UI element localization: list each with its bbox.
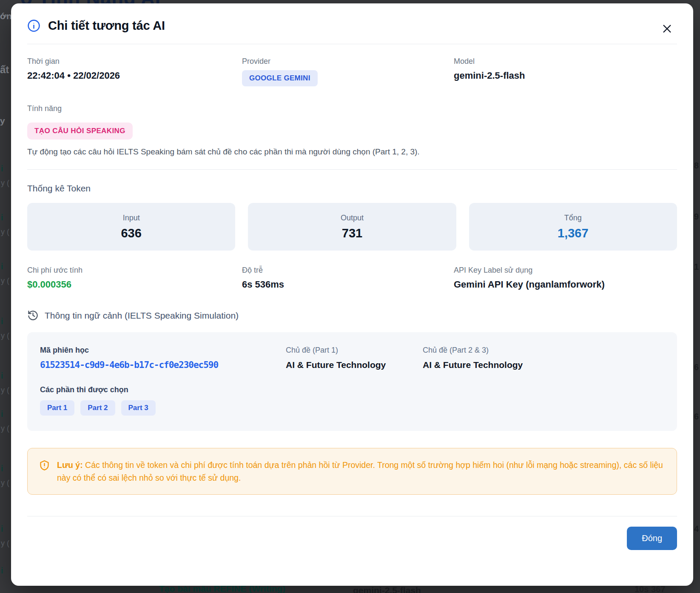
topic-part23-label: Chủ đề (Part 2 & 3) <box>423 346 664 355</box>
context-card: Mã phiên học 61523514-c9d9-4e6b-b17c-cf0… <box>27 332 677 431</box>
background-text-fragment: ất <box>0 64 9 76</box>
part-1-badge: Part 1 <box>40 400 74 416</box>
background-text-fragment: 8 <box>694 161 699 171</box>
part-2-badge: Part 2 <box>80 400 115 416</box>
ai-interaction-detail-dialog: Chi tiết tương tác AI Thời gian 22:42:04… <box>11 3 693 586</box>
background-text-fragment: y ( <box>1 479 9 488</box>
info-icon <box>27 19 40 32</box>
session-field: Mã phiên học 61523514-c9d9-4e6b-b17c-cf0… <box>40 346 286 370</box>
background-text-fragment: y ( <box>1 539 9 548</box>
background-text-fragment: y ( <box>1 179 9 188</box>
time-value: 22:42:04 • 22/02/2026 <box>27 70 242 81</box>
total-tokens-value: 1,367 <box>558 226 589 240</box>
topic-part1-field: Chủ đề (Part 1) AI & Future Technology <box>286 346 423 370</box>
selected-parts-field: Các phần thi được chọn Part 1 Part 2 Par… <box>40 385 664 416</box>
input-tokens-label: Input <box>123 214 140 222</box>
shield-alert-icon <box>39 460 50 471</box>
background-text-fragment: i <box>1 524 3 534</box>
background-text-fragment: y ( <box>1 331 9 340</box>
context-heading-text: Thông tin ngữ cảnh (IELTS Speaking Simul… <box>45 311 239 321</box>
latency-field: Độ trễ 6s 536ms <box>242 266 454 290</box>
background-text-fragment: i <box>1 464 3 473</box>
dialog-title: Chi tiết tương tác AI <box>48 19 165 33</box>
latency-label: Độ trễ <box>242 266 454 275</box>
background-text-fragment: y ( <box>1 277 9 285</box>
close-icon[interactable] <box>659 20 675 37</box>
dialog-header: Chi tiết tương tác AI <box>27 19 677 33</box>
background-text-fragment: 6 <box>694 412 699 422</box>
time-field: Thời gian 22:42:04 • 22/02/2026 <box>27 57 242 86</box>
feature-description: Tự động tạo các câu hỏi IELTS Speaking b… <box>27 147 677 157</box>
background-text-fragment: 4 <box>694 524 699 534</box>
feature-label: Tính năng <box>27 104 677 113</box>
background-text-fragment: i <box>1 213 3 222</box>
part-3-badge: Part 3 <box>121 400 156 416</box>
session-label: Mã phiên học <box>40 346 286 355</box>
topic-part23-value: AI & Future Technology <box>423 360 664 370</box>
topic-part23-field: Chủ đề (Part 2 & 3) AI & Future Technolo… <box>423 346 664 370</box>
warning-note: Lưu ý: Các thông tin về token và chi phí… <box>27 448 677 495</box>
warning-bold-prefix: Lưu ý: <box>57 460 83 470</box>
background-text-fragment: i <box>1 316 3 326</box>
provider-field: Provider GOOGLE GEMINI <box>242 57 454 86</box>
api-key-field: API Key Label sử dụng Gemini API Key (ng… <box>454 266 677 290</box>
cost-value: $0.000356 <box>27 279 242 290</box>
background-text-fragment: 1 <box>694 262 699 272</box>
model-label: Model <box>454 57 677 66</box>
context-section-heading: Thông tin ngữ cảnh (IELTS Speaking Simul… <box>27 310 677 321</box>
total-tokens-card: Tổng 1,367 <box>469 203 677 251</box>
background-text-fragment: i <box>1 566 3 576</box>
provider-label: Provider <box>242 57 454 66</box>
input-tokens-card: Input 636 <box>27 203 235 251</box>
time-label: Thời gian <box>27 57 242 66</box>
background-text-fragment: 9 <box>694 212 699 222</box>
provider-badge: GOOGLE GEMINI <box>242 70 318 86</box>
background-text-fragment: i <box>1 262 3 271</box>
token-stats-cards: Input 636 Output 731 Tổng 1,367 <box>27 203 677 251</box>
selected-parts-label: Các phần thi được chọn <box>40 385 664 394</box>
feature-badge: TẠO CÂU HỎI SPEAKING <box>27 123 133 140</box>
input-tokens-value: 636 <box>121 226 141 240</box>
session-id-value: 61523514-c9d9-4e6b-b17c-cf0e230ec590 <box>40 360 286 370</box>
background-latency-text: 10s 367 <box>635 584 665 593</box>
warning-text: Các thông tin về token và chi phí được t… <box>57 460 663 482</box>
model-value: gemini-2.5-flash <box>454 70 677 81</box>
output-tokens-label: Output <box>341 214 364 222</box>
background-text-fragment: y ( <box>1 386 9 395</box>
token-stats-heading: Thống kê Token <box>27 183 677 194</box>
background-text-fragment: i <box>1 164 3 174</box>
background-text-fragment: y ( <box>1 424 9 433</box>
close-dialog-button[interactable]: Đóng <box>627 527 677 550</box>
background-text-fragment: 6 <box>694 362 699 372</box>
background-text-fragment: y <box>0 116 5 126</box>
total-tokens-label: Tổng <box>564 214 582 222</box>
background-model-text: gemini-2.5-flash <box>353 585 421 593</box>
output-tokens-value: 731 <box>342 226 362 240</box>
topic-part1-value: AI & Future Technology <box>286 360 423 370</box>
background-text-fragment: i <box>1 409 3 419</box>
output-tokens-card: Output 731 <box>248 203 456 251</box>
topic-part1-label: Chủ đề (Part 1) <box>286 346 423 355</box>
api-key-label: API Key Label sử dụng <box>454 266 677 275</box>
api-key-value: Gemini API Key (nganlamforwork) <box>454 279 677 290</box>
background-text-fragment: y ( <box>1 228 9 237</box>
cost-label: Chi phí ước tính <box>27 266 242 275</box>
background-text-fragment: ớn <box>0 11 12 21</box>
latency-value: 6s 536ms <box>242 279 454 290</box>
background-text-fragment: i <box>1 371 3 381</box>
feature-section: Tính năng TẠO CÂU HỎI SPEAKING Tự động t… <box>27 104 677 157</box>
model-field: Model gemini-2.5-flash <box>454 57 677 86</box>
cost-field: Chi phí ước tính $0.000356 <box>27 266 242 290</box>
history-clock-icon <box>27 310 39 321</box>
